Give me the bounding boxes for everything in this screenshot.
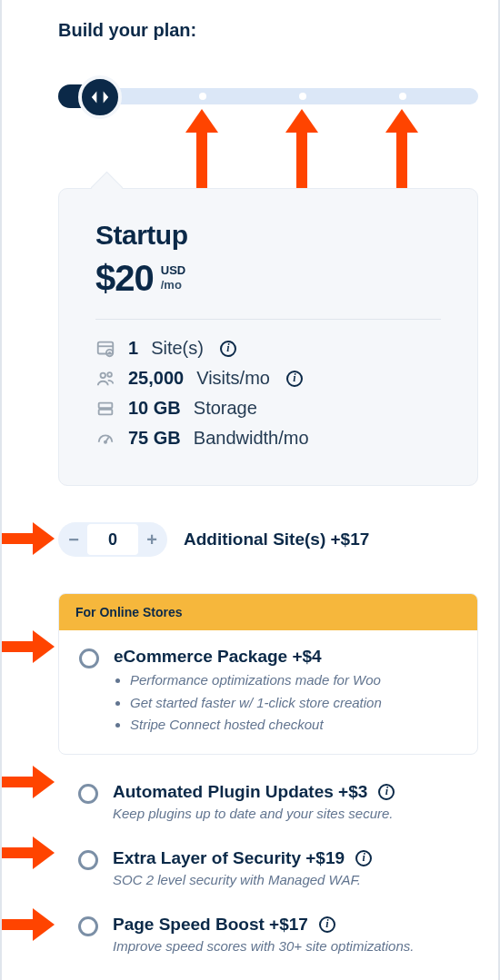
ecommerce-text: eCommerce Package +$4 Performance optimi… — [114, 647, 382, 737]
stat-visits: 25,000 Visits/mo i — [95, 368, 441, 389]
addon-row-plugin-updates: Automated Plugin Updates +$3 i Keep plug… — [58, 782, 478, 821]
slider-tick — [399, 93, 406, 100]
addon-title: Page Speed Boost +$17 — [113, 915, 308, 935]
annotation-arrow-right-icon — [0, 908, 55, 941]
addon-description: Keep plugins up to date and your sites s… — [113, 806, 395, 821]
info-icon[interactable]: i — [378, 784, 395, 800]
ecommerce-card: For Online Stores eCommerce Package +$4 … — [58, 593, 478, 755]
section-title: Build your plan: — [58, 20, 478, 41]
stat-unit: Site(s) — [151, 338, 204, 359]
plan-name: Startup — [95, 220, 441, 251]
price-row: $20 USD /mo — [95, 258, 441, 299]
plan-card: Startup $20 USD /mo 1 Site(s) i 25,000 V… — [58, 188, 478, 486]
quantity-stepper: − 0 + — [58, 522, 167, 557]
price-meta: USD /mo — [161, 263, 185, 292]
addon-text: Page Speed Boost +$17 i Improve speed sc… — [113, 915, 414, 954]
annotation-arrow-right-icon — [0, 522, 55, 555]
addon-row-security: Extra Layer of Security +$19 i SOC 2 lev… — [58, 848, 478, 887]
bullet: Performance optimizations made for Woo — [130, 670, 382, 691]
addon-title: Automated Plugin Updates +$3 — [113, 782, 367, 802]
info-icon[interactable]: i — [319, 916, 335, 933]
addon-text: Extra Layer of Security +$19 i SOC 2 lev… — [113, 848, 372, 887]
stat-sites: 1 Site(s) i — [95, 338, 441, 359]
annotation-arrow-right-icon — [0, 766, 55, 798]
divider — [95, 319, 441, 320]
info-icon[interactable]: i — [220, 341, 236, 357]
stat-unit: Storage — [194, 398, 257, 419]
svg-rect-8 — [99, 409, 113, 414]
additional-sites-label: Additional Site(s) +$17 — [184, 530, 369, 549]
ecommerce-banner: For Online Stores — [59, 594, 477, 630]
annotation-arrow-up-icon — [185, 109, 218, 191]
stat-value: 25,000 — [128, 368, 184, 389]
plan-builder-panel: Build your plan: Startup $20 USD /mo 1 — [0, 0, 500, 980]
addon-radio[interactable] — [78, 916, 98, 936]
svg-point-5 — [101, 372, 106, 378]
plan-slider[interactable] — [58, 77, 478, 114]
slider-tick — [299, 93, 306, 100]
additional-sites-row: − 0 + Additional Site(s) +$17 — [58, 522, 478, 557]
increment-button[interactable]: + — [138, 524, 165, 555]
stat-value: 75 GB — [128, 428, 181, 449]
server-icon — [95, 399, 115, 419]
gauge-icon — [95, 429, 115, 449]
svg-point-12 — [105, 441, 106, 442]
addon-row-speed-boost: Page Speed Boost +$17 i Improve speed sc… — [58, 915, 478, 954]
bullet: Get started faster w/ 1-click store crea… — [130, 693, 382, 714]
addon-description: SOC 2 level security with Managed WAF. — [113, 872, 372, 887]
stat-bandwidth: 75 GB Bandwidth/mo — [95, 428, 441, 449]
users-icon — [95, 369, 115, 389]
slider-handle[interactable] — [78, 75, 122, 119]
plan-price: $20 — [95, 258, 154, 299]
info-icon[interactable]: i — [355, 850, 372, 866]
ecommerce-bullets: Performance optimizations made for Woo G… — [114, 670, 382, 736]
browser-add-icon — [95, 339, 115, 359]
info-icon[interactable]: i — [286, 371, 303, 387]
addon-radio[interactable] — [78, 784, 98, 804]
stat-value: 10 GB — [128, 398, 181, 419]
ecommerce-title: eCommerce Package +$4 — [114, 647, 382, 667]
decrement-button[interactable]: − — [60, 524, 87, 555]
stat-value: 1 — [128, 338, 138, 359]
addon-description: Improve speed scores with 30+ site optim… — [113, 938, 414, 954]
drag-horizontal-icon — [90, 87, 110, 107]
stepper-value: 0 — [87, 524, 138, 555]
addon-title: Extra Layer of Security +$19 — [113, 848, 345, 868]
annotation-arrow-right-icon — [0, 836, 55, 869]
svg-rect-0 — [98, 342, 114, 353]
bullet: Stripe Connect hosted checkout — [130, 715, 382, 736]
svg-rect-7 — [99, 402, 113, 408]
ecommerce-body: eCommerce Package +$4 Performance optimi… — [59, 630, 477, 754]
annotation-arrow-up-icon — [285, 109, 318, 191]
stat-unit: Bandwidth/mo — [194, 428, 309, 449]
addon-text: Automated Plugin Updates +$3 i Keep plug… — [113, 782, 395, 821]
stat-unit: Visits/mo — [196, 368, 270, 389]
stat-storage: 10 GB Storage — [95, 398, 441, 419]
ecommerce-radio[interactable] — [79, 648, 99, 668]
addon-radio[interactable] — [78, 850, 98, 870]
annotation-arrow-right-icon — [0, 630, 55, 663]
currency-label: USD — [161, 263, 185, 278]
period-label: /mo — [161, 278, 185, 292]
slider-tick — [199, 93, 206, 100]
annotation-arrow-up-icon — [385, 109, 418, 191]
svg-point-6 — [107, 372, 112, 377]
